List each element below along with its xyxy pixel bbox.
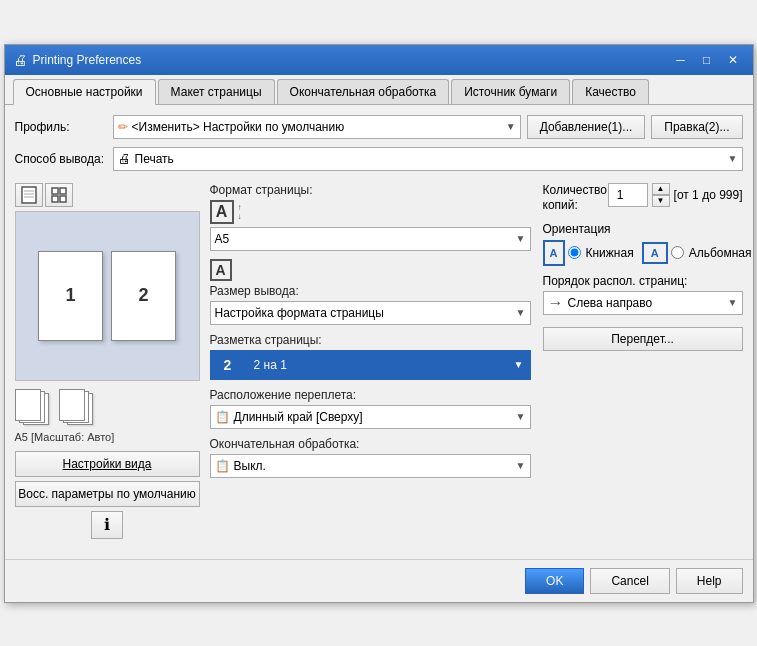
order-select-inner: → Слева направо (548, 294, 653, 312)
ok-button[interactable]: OK (525, 568, 584, 594)
tab-paper-source[interactable]: Источник бумаги (451, 79, 570, 104)
tab-finishing[interactable]: Окончательная обработка (277, 79, 450, 104)
profile-select[interactable]: ✏ <Изменить> Настройки по умолчанию ▼ (113, 115, 521, 139)
help-button[interactable]: Help (676, 568, 743, 594)
layout-badge: 2 (210, 350, 246, 380)
svg-rect-4 (52, 188, 58, 194)
page-number-2: 2 (138, 285, 148, 306)
layout-dropdown-button[interactable]: ▼ (507, 350, 531, 380)
svg-rect-5 (60, 188, 66, 194)
layout-label: Разметка страницы: (210, 333, 531, 347)
output-size-select[interactable]: Настройка формата страницы ▼ (210, 301, 531, 325)
preview-toolbar (15, 183, 200, 207)
page-format-select[interactable]: A5 ▼ (210, 227, 531, 251)
page-stack-front (15, 389, 41, 421)
copies-input[interactable] (608, 183, 648, 207)
output-select[interactable]: 🖨 Печать ▼ (113, 147, 743, 171)
output-size-value: Настройка формата страницы (215, 306, 384, 320)
window-icon: 🖨 (13, 52, 27, 68)
grid-view-svg (50, 186, 68, 204)
edit-button[interactable]: Правка(2)... (651, 115, 742, 139)
view-settings-label: Настройки вида (63, 457, 152, 471)
view-settings-button[interactable]: Настройки вида (15, 451, 200, 477)
dialog-footer: OK Cancel Help (5, 559, 753, 602)
finishing-value: Выкл. (234, 459, 266, 473)
binding-icon: 📋 (215, 410, 230, 424)
layout-section: Разметка страницы: 2 2 на 1 ▼ (210, 333, 531, 380)
page-format-arrow: ▼ (516, 233, 526, 244)
center-column: Формат страницы: A ↑ ↓ A5 ▼ (210, 183, 531, 539)
stacked-pages-icon (15, 389, 53, 427)
add-button[interactable]: Добавление(1)... (527, 115, 646, 139)
preview-grid-icon[interactable] (45, 183, 73, 207)
output-label: Способ вывода: (15, 152, 105, 166)
order-value: Слева направо (568, 296, 653, 310)
layout-select-row: 2 2 на 1 ▼ (210, 350, 531, 380)
profile-dropdown-arrow: ▼ (506, 121, 516, 132)
output-size-arrow: ▼ (516, 307, 526, 318)
portrait-label: Книжная (586, 246, 634, 260)
tab-page-layout[interactable]: Макет страницы (158, 79, 275, 104)
preview-page-icon[interactable] (15, 183, 43, 207)
restore-defaults-button[interactable]: Восс. параметры по умолчанию (15, 481, 200, 507)
orientation-group: Ориентация A Книжная A (543, 222, 743, 266)
copies-decrement-button[interactable]: ▼ (652, 195, 670, 207)
finishing-select[interactable]: 📋 Выкл. ▼ (210, 454, 531, 478)
tab-bar: Основные настройки Макет страницы Оконча… (5, 75, 753, 105)
copies-increment-button[interactable]: ▲ (652, 183, 670, 195)
binding-arrow: ▼ (516, 411, 526, 422)
orientation-landscape-option[interactable]: A Альбомная (642, 240, 752, 266)
order-dropdown-arrow: ▼ (728, 297, 738, 308)
output-size-label: Размер вывода: (210, 284, 531, 298)
finishing-select-inner: 📋 Выкл. (215, 459, 266, 473)
orientation-options: A Книжная A Альбомная (543, 240, 743, 266)
orientation-portrait-option[interactable]: A Книжная (543, 240, 634, 266)
order-select[interactable]: → Слева направо ▼ (543, 291, 743, 315)
title-bar-controls: ─ □ ✕ (669, 50, 745, 70)
right-column: Количество копий: ▲ ▼ [от 1 до 999] О (543, 183, 743, 539)
profile-value: <Изменить> Настройки по умолчанию (132, 120, 502, 134)
copies-range: [от 1 до 999] (674, 188, 743, 202)
page-number-1: 1 (65, 285, 75, 306)
preview-page-left: 1 (38, 251, 103, 341)
svg-rect-7 (60, 196, 66, 202)
landscape-icon: A (642, 242, 668, 264)
window-title: Printing Preferences (33, 53, 142, 67)
preview-status: А5 [Масштаб: Авто] (15, 431, 200, 443)
reorder-button[interactable]: Перепдет... (543, 327, 743, 351)
page-format-section: Формат страницы: A ↑ ↓ A5 ▼ (210, 183, 531, 251)
output-row: Способ вывода: 🖨 Печать ▼ (15, 147, 743, 171)
printer-icon: 🖨 (118, 151, 131, 166)
tab-quality[interactable]: Качество (572, 79, 649, 104)
binding-select-inner: 📋 Длинный край [Сверху] (215, 410, 363, 424)
tab-basic-settings[interactable]: Основные настройки (13, 79, 156, 105)
cancel-button[interactable]: Cancel (590, 568, 669, 594)
landscape-radio[interactable] (671, 246, 684, 259)
minimize-button[interactable]: ─ (669, 50, 693, 70)
profile-row: Профиль: ✏ <Изменить> Настройки по умолч… (15, 115, 743, 139)
profile-label: Профиль: (15, 120, 105, 134)
page-format-value: A5 (215, 232, 230, 246)
output-dropdown-arrow: ▼ (728, 153, 738, 164)
close-button[interactable]: ✕ (721, 50, 745, 70)
page-order-section: Порядок распол. страниц: → Слева направо… (543, 274, 743, 315)
orientation-title: Ориентация (543, 222, 743, 236)
portrait-icon: A (543, 240, 565, 266)
svg-rect-6 (52, 196, 58, 202)
layout-value: 2 на 1 (246, 350, 507, 380)
binding-section: Расположение переплета: 📋 Длинный край [… (210, 388, 531, 429)
pencil-icon: ✏ (118, 120, 128, 134)
binding-select[interactable]: 📋 Длинный край [Сверху] ▼ (210, 405, 531, 429)
portrait-radio[interactable] (568, 246, 581, 259)
title-bar: 🖨 Printing Preferences ─ □ ✕ (5, 45, 753, 75)
info-button[interactable]: ℹ (91, 511, 123, 539)
page-format-icon: A (210, 200, 234, 224)
maximize-button[interactable]: □ (695, 50, 719, 70)
right-sections: Формат страницы: A ↑ ↓ A5 ▼ (210, 183, 743, 539)
page-format-label: Формат страницы: (210, 183, 531, 197)
left-panel: 1 2 (15, 183, 200, 539)
finishing-label: Окончательная обработка: (210, 437, 531, 451)
print-icons-row (15, 389, 200, 427)
page-view-svg (20, 186, 38, 204)
restore-defaults-label: Восс. параметры по умолчанию (18, 487, 196, 501)
